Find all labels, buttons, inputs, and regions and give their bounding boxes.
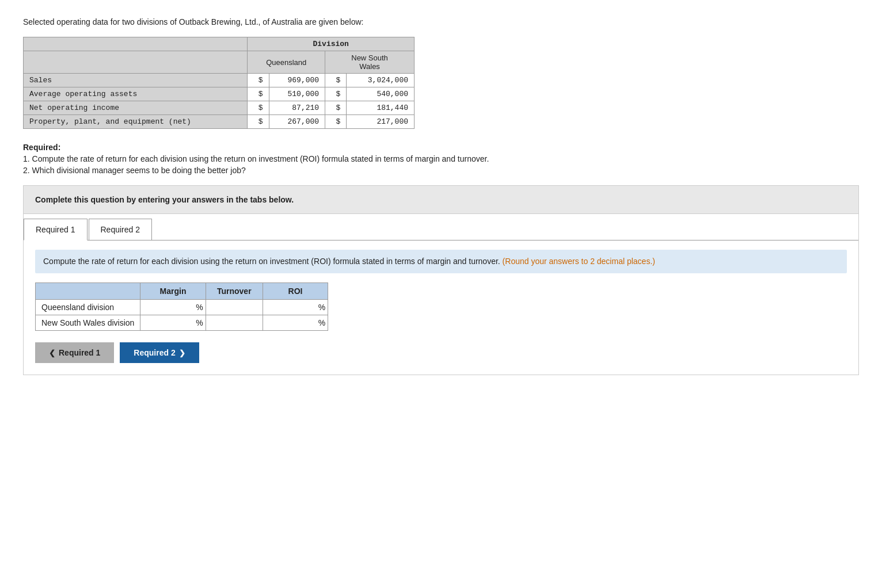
required-item-1: 1. Compute the rate of return for each d… — [23, 154, 859, 163]
col2-sym: $ — [325, 87, 347, 101]
tab-content: Compute the rate of return for each divi… — [24, 240, 858, 375]
tabs-container: Required 1 Required 2 Compute the rate o… — [23, 214, 859, 375]
tab-description-text: Compute the rate of return for each divi… — [43, 257, 500, 266]
prev-button[interactable]: ❮ Required 1 — [35, 342, 114, 363]
next-chevron-icon: ❯ — [179, 349, 185, 357]
roi-pct-1: % — [318, 318, 325, 327]
col1-sym: $ — [248, 74, 269, 87]
col1-val: 267,000 — [269, 115, 325, 129]
margin-pct-1: % — [196, 318, 203, 327]
tab-required-1[interactable]: Required 1 — [24, 219, 88, 240]
roi-cell-0: % — [263, 300, 328, 315]
row-label: Sales — [24, 74, 248, 87]
required-section: Required: 1. Compute the rate of return … — [23, 143, 859, 175]
margin-pct-0: % — [196, 303, 203, 312]
row-label: Property, plant, and equipment (net) — [24, 115, 248, 129]
data-row-0: Sales $ 969,000 $ 3,024,000 — [24, 74, 415, 87]
answer-col-header-0 — [36, 283, 140, 300]
col1-sym: $ — [248, 87, 269, 101]
col2-sym: $ — [325, 74, 347, 87]
turnover-cell-0 — [206, 300, 263, 315]
col1-sym: $ — [248, 101, 269, 115]
prev-chevron-icon: ❮ — [49, 349, 55, 357]
next-button-label: Required 2 — [134, 348, 175, 357]
tab-description-highlight: (Round your answers to 2 decimal places.… — [503, 257, 655, 266]
col2-val: 217,000 — [347, 115, 415, 129]
data-table: Division Queensland New South Wales Sale… — [23, 37, 415, 129]
roi-input-1[interactable] — [265, 316, 317, 329]
col1-val: 969,000 — [269, 74, 325, 87]
answer-col-header-3: ROI — [263, 283, 328, 300]
data-row-1: Average operating assets $ 510,000 $ 540… — [24, 87, 415, 101]
roi-pct-0: % — [318, 303, 325, 312]
col2-val: 3,024,000 — [347, 74, 415, 87]
turnover-input-0[interactable] — [208, 301, 260, 314]
answer-table: MarginTurnoverROI Queensland division%%N… — [35, 282, 328, 331]
nav-buttons: ❮ Required 1 Required 2 ❯ — [35, 342, 847, 363]
col2-sym: $ — [325, 101, 347, 115]
col1-sym: $ — [248, 115, 269, 129]
data-row-2: Net operating income $ 87,210 $ 181,440 — [24, 101, 415, 115]
margin-input-1[interactable] — [143, 316, 195, 329]
turnover-input-1[interactable] — [208, 316, 260, 329]
tab-bar: Required 1 Required 2 — [24, 214, 858, 240]
tab-description: Compute the rate of return for each divi… — [35, 250, 847, 273]
tab-required-2[interactable]: Required 2 — [89, 219, 153, 240]
margin-cell-0: % — [140, 300, 206, 315]
answer-col-header-2: Turnover — [206, 283, 263, 300]
answer-row-0: Queensland division%% — [36, 300, 328, 315]
next-button[interactable]: Required 2 ❯ — [120, 342, 199, 363]
row-label: Average operating assets — [24, 87, 248, 101]
col1-val: 510,000 — [269, 87, 325, 101]
required-label: Required: — [23, 143, 60, 152]
col2-val: 181,440 — [347, 101, 415, 115]
turnover-cell-1 — [206, 315, 263, 331]
answer-row-1: New South Wales division%% — [36, 315, 328, 331]
data-row-3: Property, plant, and equipment (net) $ 2… — [24, 115, 415, 129]
margin-input-0[interactable] — [143, 301, 195, 314]
margin-cell-1: % — [140, 315, 206, 331]
roi-cell-1: % — [263, 315, 328, 331]
division-header: Division — [248, 37, 415, 51]
col2-header: New South Wales — [325, 51, 415, 74]
row-label: Net operating income — [24, 101, 248, 115]
col1-val: 87,210 — [269, 101, 325, 115]
answer-col-header-1: Margin — [140, 283, 206, 300]
required-item-2: 2. Which divisional manager seems to be … — [23, 166, 859, 175]
complete-box: Complete this question by entering your … — [23, 185, 859, 214]
intro-text: Selected operating data for two division… — [23, 17, 859, 26]
prev-button-label: Required 1 — [59, 348, 100, 357]
col2-val: 540,000 — [347, 87, 415, 101]
answer-row-label-1: New South Wales division — [36, 315, 140, 331]
roi-input-0[interactable] — [265, 301, 317, 314]
col1-header: Queensland — [248, 51, 325, 74]
col2-sym: $ — [325, 115, 347, 129]
answer-row-label-0: Queensland division — [36, 300, 140, 315]
